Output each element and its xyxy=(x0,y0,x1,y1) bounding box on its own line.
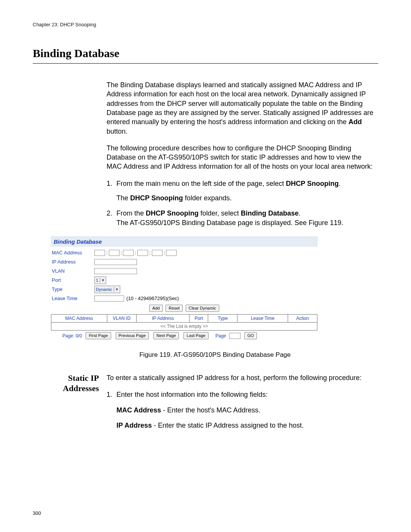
mac-colon: : xyxy=(164,249,165,256)
section2-step-1-text: Enter the host information into the foll… xyxy=(116,390,378,399)
mac-input-3[interactable] xyxy=(123,250,134,256)
section2-step-1-number: 1. xyxy=(107,390,116,399)
step-1-text-c: . xyxy=(339,180,341,187)
step-2-number: 2. xyxy=(107,209,116,227)
page-info: Page: 0/0 xyxy=(62,333,82,339)
mac-input-2[interactable] xyxy=(109,250,119,256)
th-port: Port xyxy=(190,315,208,323)
step-1: 1. From the main menu on the left side o… xyxy=(107,179,378,203)
th-action: Action xyxy=(288,315,317,323)
chevron-down-icon: ▼ xyxy=(100,278,105,283)
step-1-sub-c: folder expands. xyxy=(183,194,232,202)
th-mac: MAC Address xyxy=(51,315,107,323)
previous-page-button[interactable]: Previous Page xyxy=(116,332,149,339)
page-label: Page xyxy=(215,333,226,339)
step-2-text-d: . xyxy=(299,209,301,217)
lease-time-input[interactable] xyxy=(94,296,124,302)
figure-caption: Figure 119. AT-GS950/10PS Binding Databa… xyxy=(52,351,378,359)
field-mac-bold: MAC Address xyxy=(116,406,161,414)
intro-paragraph-2: The following procedure describes how to… xyxy=(107,144,378,171)
step-2-bold-1: DHCP Snooping xyxy=(146,209,199,217)
step-2-sub: The AT-GS950/10PS Binding Database page … xyxy=(116,218,378,227)
intro-p1-bold: Add xyxy=(349,118,362,126)
step-1-text-a: From the main menu on the left side of t… xyxy=(116,180,286,187)
binding-table: MAC Address VLAN ID IP Address Port Type… xyxy=(51,314,317,331)
mac-address-label: MAC Address xyxy=(51,249,94,256)
table-empty-text: << The List is empty >> xyxy=(51,323,317,331)
mac-input-1[interactable] xyxy=(94,250,105,256)
table-header-row: MAC Address VLAN ID IP Address Port Type… xyxy=(51,315,317,323)
type-label: Type xyxy=(51,286,94,293)
step-1-number: 1. xyxy=(107,179,116,203)
add-button[interactable]: Add xyxy=(149,305,163,312)
intro-paragraph-1: The Binding Database displays learned an… xyxy=(107,80,378,136)
field-ip-text: - Enter the static IP Address assigned t… xyxy=(152,422,304,429)
chapter-header: Chapter 23: DHCP Snooping xyxy=(33,21,378,28)
th-lease: Lease Time xyxy=(237,315,288,323)
lease-time-hint: (10 - 4294967295)(Sec) xyxy=(126,295,179,302)
page-input[interactable] xyxy=(229,333,241,339)
lease-time-label: Lease Time xyxy=(51,295,94,302)
chevron-down-icon: ▼ xyxy=(114,287,119,292)
intro-p1-b: button. xyxy=(107,128,127,135)
page-title: Binding Database xyxy=(33,46,378,64)
section2-intro: To enter a statically assigned IP addres… xyxy=(107,373,378,382)
field-mac-address: MAC Address - Enter the host's MAC Addre… xyxy=(116,406,378,415)
ip-address-label: IP Address xyxy=(51,259,94,265)
th-ip: IP Address xyxy=(136,315,190,323)
mac-colon: : xyxy=(135,249,136,256)
figure-title-bar: Binding Database xyxy=(51,236,317,247)
step-1-bold-1: DHCP Snooping xyxy=(286,180,339,187)
go-button[interactable]: GO xyxy=(244,332,257,339)
section-title-line1: Static IP xyxy=(68,373,99,383)
type-select-value: Dynamic xyxy=(96,287,112,292)
th-vlan-id: VLAN ID xyxy=(107,315,136,323)
port-label: Port xyxy=(51,277,94,284)
mac-input-6[interactable] xyxy=(166,250,177,256)
th-type: Type xyxy=(208,315,237,323)
type-select[interactable]: Dynamic ▼ xyxy=(94,286,120,293)
table-empty-row: << The List is empty >> xyxy=(51,323,317,331)
step-2-text-a: From the xyxy=(116,209,146,217)
ip-address-input[interactable] xyxy=(94,259,137,265)
step-1-sub-bold: DHCP Snooping xyxy=(130,194,183,202)
step-2-bold-2: Binding Database xyxy=(241,209,299,217)
mac-colon: : xyxy=(121,249,122,256)
port-select[interactable]: 1 ▼ xyxy=(94,276,106,284)
last-page-button[interactable]: Last Page xyxy=(183,332,209,339)
section-static-ip-title: Static IP Addresses xyxy=(33,373,107,436)
reset-button[interactable]: Reset xyxy=(166,305,183,312)
step-1-sub-a: The xyxy=(116,194,130,202)
step-2: 2. From the DHCP Snooping folder, select… xyxy=(107,209,378,227)
figure-binding-database: Binding Database MAC Address : : : : : I… xyxy=(51,236,317,342)
field-mac-text: - Enter the host's MAC Address. xyxy=(161,406,260,414)
step-2-text-c: folder, select xyxy=(199,209,241,217)
vlan-label: VLAN xyxy=(51,268,94,275)
mac-input-5[interactable] xyxy=(152,250,162,256)
field-ip-bold: IP Address xyxy=(116,422,152,429)
field-ip-address: IP Address - Enter the static IP Address… xyxy=(116,421,378,430)
section2-step-1: 1. Enter the host information into the f… xyxy=(107,390,378,399)
section-title-line2: Addresses xyxy=(63,383,99,393)
clear-dynamic-button[interactable]: Clear Dynamic xyxy=(186,305,219,312)
next-page-button[interactable]: Next Page xyxy=(153,332,179,339)
port-select-value: 1 xyxy=(96,278,98,283)
mac-input-4[interactable] xyxy=(137,250,148,256)
vlan-input[interactable] xyxy=(94,268,137,274)
intro-p1-a: The Binding Database displays learned an… xyxy=(107,81,373,126)
mac-colon: : xyxy=(106,249,108,256)
page-number: 300 xyxy=(33,510,41,517)
first-page-button[interactable]: First Page xyxy=(86,332,111,339)
pager: Page: 0/0 First Page Previous Page Next … xyxy=(51,332,317,339)
mac-colon: : xyxy=(149,249,151,256)
